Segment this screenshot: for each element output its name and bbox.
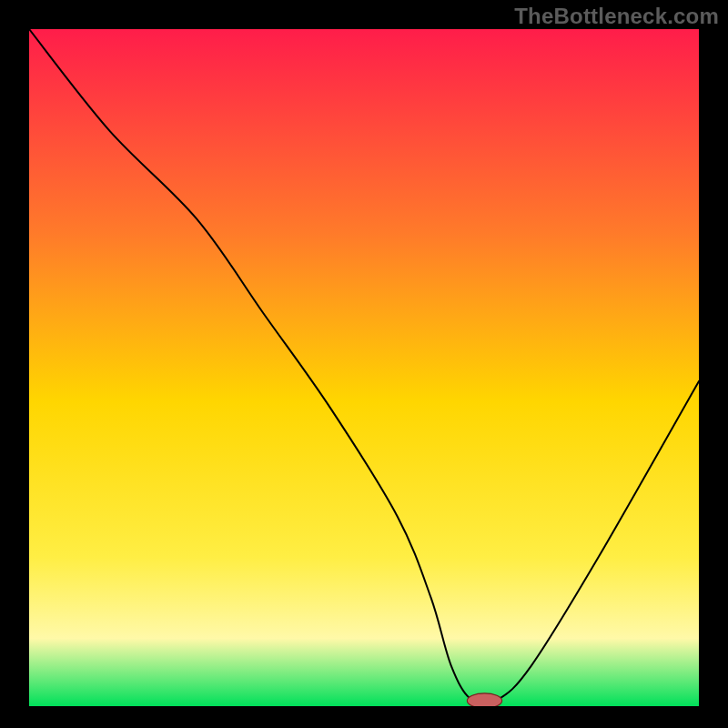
plot-area [29, 29, 699, 706]
optimal-point-marker [467, 693, 501, 706]
chart-frame: TheBottleneck.com [0, 0, 728, 728]
watermark-text: TheBottleneck.com [514, 4, 719, 29]
bottleneck-chart [29, 29, 699, 706]
gradient-background [29, 29, 699, 706]
